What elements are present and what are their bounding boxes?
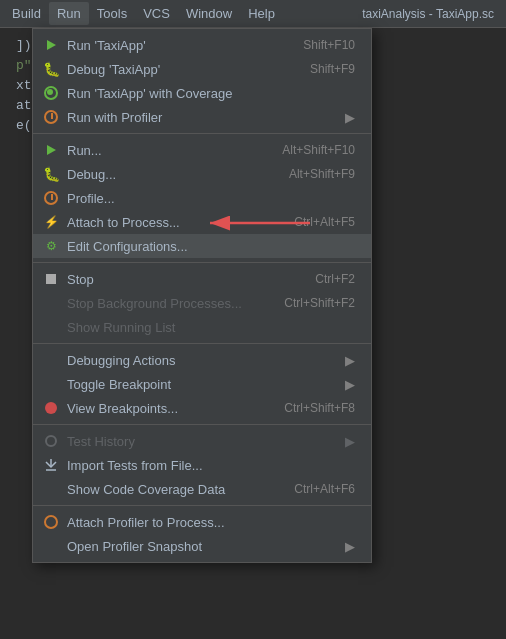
menu-debug-actions[interactable]: Debugging Actions ▶ [33,348,371,372]
debug-actions-arrow: ▶ [345,353,355,368]
menu-edit-config[interactable]: ⚙ Edit Configurations... [33,234,371,258]
separator-4 [33,424,371,425]
stop-bg-shortcut: Ctrl+Shift+F2 [284,296,355,310]
toggle-bp-icon [41,376,61,392]
profile-label: Profile... [67,191,355,206]
menu-profile[interactable]: Profile... [33,186,371,210]
toggle-bp-arrow: ▶ [345,377,355,392]
stop-icon [41,271,61,287]
menubar-item-tools[interactable]: Tools [89,2,135,25]
debug-taxiapp-shortcut: Shift+F9 [310,62,355,76]
menu-open-snapshot[interactable]: Open Profiler Snapshot ▶ [33,534,371,558]
debug-actions-label: Debugging Actions [67,353,337,368]
import-tests-label: Import Tests from File... [67,458,355,473]
menubar-item-window[interactable]: Window [178,2,240,25]
menu-import-tests[interactable]: Import Tests from File... [33,453,371,477]
menu-show-coverage[interactable]: Show Code Coverage Data Ctrl+Alt+F6 [33,477,371,501]
menu-test-history[interactable]: Test History ▶ [33,429,371,453]
run-profiler-icon [41,109,61,125]
separator-3 [33,343,371,344]
run-profiler-arrow: ▶ [345,110,355,125]
view-bp-shortcut: Ctrl+Shift+F8 [284,401,355,415]
open-snapshot-icon [41,538,61,554]
run-profiler-label: Run with Profiler [67,110,337,125]
edit-config-label: Edit Configurations... [67,239,355,254]
stop-bg-icon [41,295,61,311]
debug-taxiapp-label: Debug 'TaxiApp' [67,62,294,77]
separator-1 [33,133,371,134]
show-coverage-shortcut: Ctrl+Alt+F6 [294,482,355,496]
app-title: taxiAnalysis - TaxiApp.sc [362,7,502,21]
attach-label: Attach to Process... [67,215,278,230]
edit-config-icon: ⚙ [41,238,61,254]
menu-view-bp[interactable]: View Breakpoints... Ctrl+Shift+F8 [33,396,371,420]
attach-icon: ⚡ [41,214,61,230]
show-coverage-icon [41,481,61,497]
menu-stop[interactable]: Stop Ctrl+F2 [33,267,371,291]
menu-debug-taxiapp[interactable]: 🐛 Debug 'TaxiApp' Shift+F9 [33,57,371,81]
import-tests-icon [41,457,61,473]
test-history-label: Test History [67,434,337,449]
view-bp-label: View Breakpoints... [67,401,268,416]
stop-bg-label: Stop Background Processes... [67,296,268,311]
stop-label: Stop [67,272,299,287]
menubar-item-run[interactable]: Run [49,2,89,25]
open-snapshot-arrow: ▶ [345,539,355,554]
menubar-item-vcs[interactable]: VCS [135,2,178,25]
profile-icon [41,190,61,206]
debug-actions-icon [41,352,61,368]
debug-label: Debug... [67,167,273,182]
show-running-icon [41,319,61,335]
menu-run-profiler[interactable]: Run with Profiler ▶ [33,105,371,129]
menu-stop-bg[interactable]: Stop Background Processes... Ctrl+Shift+… [33,291,371,315]
stop-shortcut: Ctrl+F2 [315,272,355,286]
menu-attach[interactable]: ⚡ Attach to Process... Ctrl+Alt+F5 [33,210,371,234]
menu-debug[interactable]: 🐛 Debug... Alt+Shift+F9 [33,162,371,186]
run-label: Run... [67,143,266,158]
menu-run[interactable]: Run... Alt+Shift+F10 [33,138,371,162]
menubar-item-build[interactable]: Build [4,2,49,25]
run-taxiapp-label: Run 'TaxiApp' [67,38,287,53]
menubar: Build Run Tools VCS Window Help taxiAnal… [0,0,506,28]
debug-shortcut: Alt+Shift+F9 [289,167,355,181]
attach-shortcut: Ctrl+Alt+F5 [294,215,355,229]
separator-2 [33,262,371,263]
test-history-icon [41,433,61,449]
separator-5 [33,505,371,506]
menu-run-coverage[interactable]: Run 'TaxiApp' with Coverage [33,81,371,105]
debug-icon: 🐛 [41,166,61,182]
menu-show-running[interactable]: Show Running List [33,315,371,339]
menu-toggle-bp[interactable]: Toggle Breakpoint ▶ [33,372,371,396]
run-taxiapp-icon [41,37,61,53]
run-taxiapp-shortcut: Shift+F10 [303,38,355,52]
run-menu-dropdown: Run 'TaxiApp' Shift+F10 🐛 Debug 'TaxiApp… [32,28,372,563]
run-coverage-label: Run 'TaxiApp' with Coverage [67,86,355,101]
debug-taxiapp-icon: 🐛 [41,61,61,77]
run-coverage-icon [41,85,61,101]
run-icon [41,142,61,158]
test-history-arrow: ▶ [345,434,355,449]
show-coverage-label: Show Code Coverage Data [67,482,278,497]
menubar-item-help[interactable]: Help [240,2,283,25]
run-shortcut: Alt+Shift+F10 [282,143,355,157]
toggle-bp-label: Toggle Breakpoint [67,377,337,392]
attach-profiler-label: Attach Profiler to Process... [67,515,355,530]
open-snapshot-label: Open Profiler Snapshot [67,539,337,554]
view-bp-icon [41,400,61,416]
show-running-label: Show Running List [67,320,355,335]
attach-profiler-icon [41,514,61,530]
menu-run-taxiapp[interactable]: Run 'TaxiApp' Shift+F10 [33,33,371,57]
menu-attach-profiler[interactable]: Attach Profiler to Process... [33,510,371,534]
